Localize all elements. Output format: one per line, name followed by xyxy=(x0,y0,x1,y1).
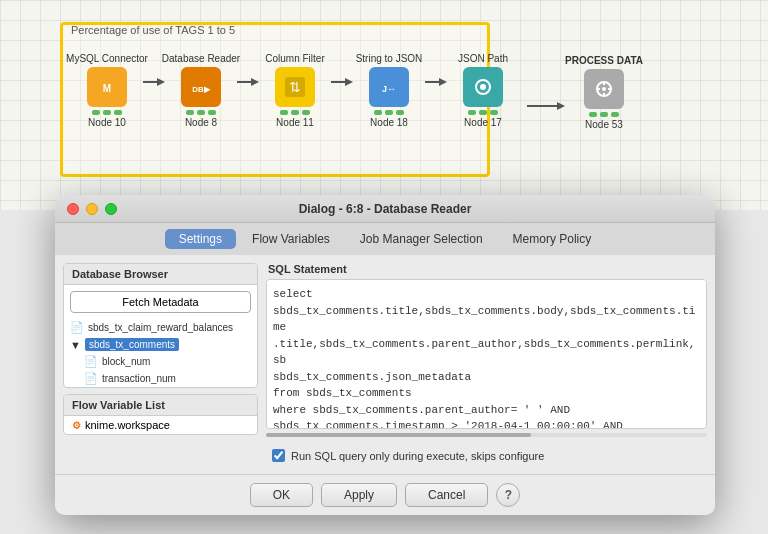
traffic-lights xyxy=(67,203,117,215)
ok-button[interactable]: OK xyxy=(250,483,313,507)
node-label-top: JSON Path xyxy=(458,53,508,64)
sql-checkbox-label: Run SQL query only during execute, skips… xyxy=(291,450,544,462)
svg-marker-11 xyxy=(345,78,353,86)
node-json-path[interactable]: JSON Path Node 17 xyxy=(447,53,519,128)
sql-section-title: SQL Statement xyxy=(266,263,707,275)
tab-flow-variables[interactable]: Flow Variables xyxy=(238,229,344,249)
var-label: knime.workspace xyxy=(85,419,170,431)
maximize-button[interactable] xyxy=(105,203,117,215)
connector-arrow xyxy=(143,76,165,88)
tab-job-manager[interactable]: Job Manager Selection xyxy=(346,229,497,249)
tree-item-label: sbds_tx_claim_reward_balances xyxy=(88,322,233,333)
var-item-0: ⚙ knime.workspace xyxy=(64,416,257,434)
dialog-tabs: Settings Flow Variables Job Manager Sele… xyxy=(55,223,715,255)
folder-open-icon: ▼ xyxy=(70,339,81,351)
node-label-bottom: Node 11 xyxy=(276,117,314,128)
component-group: Percentage of use of TAGS 1 to 5 MySQL C… xyxy=(60,22,490,177)
connector-arrow xyxy=(331,76,353,88)
apply-button[interactable]: Apply xyxy=(321,483,397,507)
tree-item-label: block_num xyxy=(102,356,150,367)
node-string-to-json[interactable]: String to JSON J↔ Node 18 xyxy=(353,53,425,128)
tree-item-label: transaction_num xyxy=(102,373,176,384)
help-button[interactable]: ? xyxy=(496,483,520,507)
left-panel: Database Browser Fetch Metadata 📄 sbds_t… xyxy=(63,263,258,466)
tab-settings[interactable]: Settings xyxy=(165,229,236,249)
tree-item-0[interactable]: 📄 sbds_tx_claim_reward_balances xyxy=(64,319,257,336)
canvas-area: Percentage of use of TAGS 1 to 5 MySQL C… xyxy=(0,0,768,210)
node-label-top: MySQL Connector xyxy=(66,53,148,64)
variable-icon: ⚙ xyxy=(72,420,81,431)
svg-text:M: M xyxy=(103,83,111,94)
var-list-section: Flow Variable List ⚙ knime.workspace xyxy=(63,394,258,435)
sql-progress-bar xyxy=(266,433,707,437)
node-icon-col-filter[interactable]: ⇅ xyxy=(275,67,315,107)
svg-point-18 xyxy=(480,84,486,90)
node-mysql-connector[interactable]: MySQL Connector M Node 10 xyxy=(71,53,143,128)
process-connector xyxy=(527,100,565,112)
svg-marker-15 xyxy=(439,78,447,86)
cancel-button[interactable]: Cancel xyxy=(405,483,488,507)
node-column-filter[interactable]: Column Filter ⇅ Node 11 xyxy=(259,53,331,128)
node-icon-process[interactable] xyxy=(584,69,624,109)
node-database-reader[interactable]: Database Reader DB▶ Node 8 xyxy=(165,53,237,128)
connector-arrow xyxy=(237,76,259,88)
node-icon-str-json[interactable]: J↔ xyxy=(369,67,409,107)
sql-textarea[interactable]: select sbds_tx_comments.title,sbds_tx_co… xyxy=(266,279,707,429)
node-label-bottom: Node 8 xyxy=(185,117,217,128)
table-icon: 📄 xyxy=(84,355,98,368)
svg-marker-3 xyxy=(157,78,165,86)
node-process-data[interactable]: PROCESS DATA Node 53 xyxy=(565,55,643,130)
process-label-bottom: Node 53 xyxy=(585,119,623,130)
dialog-window: Dialog - 6:8 - Database Reader Settings … xyxy=(55,195,715,515)
dialog-body: Database Browser Fetch Metadata 📄 sbds_t… xyxy=(55,255,715,474)
node-icon-json-path[interactable] xyxy=(463,67,503,107)
group-label: Percentage of use of TAGS 1 to 5 xyxy=(71,24,235,36)
process-label-top: PROCESS DATA xyxy=(565,55,643,66)
db-browser-title: Database Browser xyxy=(64,264,257,285)
connector-arrow xyxy=(425,76,447,88)
node-icon-mysql[interactable]: M xyxy=(87,67,127,107)
dialog-footer: OK Apply Cancel ? xyxy=(55,474,715,515)
svg-text:J↔: J↔ xyxy=(382,84,396,94)
svg-marker-20 xyxy=(557,102,565,110)
node-label-top: Column Filter xyxy=(265,53,324,64)
run-sql-checkbox[interactable] xyxy=(272,449,285,462)
minimize-button[interactable] xyxy=(86,203,98,215)
table-icon: 📄 xyxy=(70,321,84,334)
node-label-top: Database Reader xyxy=(162,53,240,64)
tree-item-3[interactable]: 📄 transaction_num xyxy=(64,370,257,387)
dialog-titlebar: Dialog - 6:8 - Database Reader xyxy=(55,195,715,223)
var-list-title: Flow Variable List xyxy=(64,395,257,416)
db-tree[interactable]: 📄 sbds_tx_claim_reward_balances ▼ sbds_t… xyxy=(64,319,257,387)
sql-checkbox-row: Run SQL query only during execute, skips… xyxy=(266,445,707,466)
table-icon: 📄 xyxy=(84,372,98,385)
fetch-metadata-button[interactable]: Fetch Metadata xyxy=(70,291,251,313)
tree-item-2[interactable]: 📄 block_num xyxy=(64,353,257,370)
svg-text:⇅: ⇅ xyxy=(289,79,301,95)
svg-point-23 xyxy=(602,87,606,91)
db-browser-section: Database Browser Fetch Metadata 📄 sbds_t… xyxy=(63,263,258,388)
right-panel: SQL Statement select sbds_tx_comments.ti… xyxy=(266,263,707,466)
tab-memory-policy[interactable]: Memory Policy xyxy=(499,229,606,249)
node-label-top: String to JSON xyxy=(356,53,423,64)
svg-text:DB▶: DB▶ xyxy=(192,85,211,94)
svg-marker-7 xyxy=(251,78,259,86)
tree-item-1[interactable]: ▼ sbds_tx_comments xyxy=(64,336,257,353)
dialog-title: Dialog - 6:8 - Database Reader xyxy=(67,202,703,216)
node-label-bottom: Node 18 xyxy=(370,117,408,128)
close-button[interactable] xyxy=(67,203,79,215)
node-icon-db-reader[interactable]: DB▶ xyxy=(181,67,221,107)
tree-item-label: sbds_tx_comments xyxy=(85,338,179,351)
node-label-bottom: Node 17 xyxy=(464,117,502,128)
node-label-bottom: Node 10 xyxy=(88,117,126,128)
